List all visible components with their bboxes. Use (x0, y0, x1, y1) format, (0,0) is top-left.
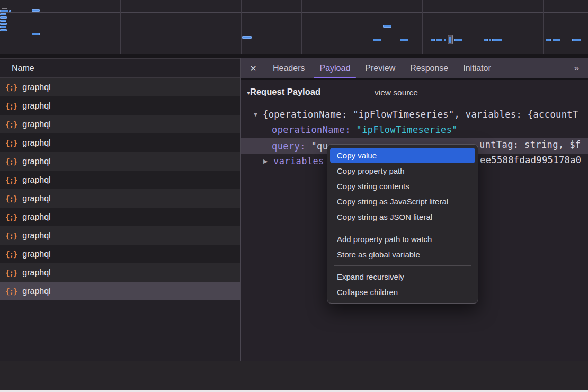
tab-preview[interactable]: Preview (358, 58, 403, 78)
request-row[interactable]: {;}graphql (0, 245, 240, 263)
overview-request-bar[interactable] (0, 29, 7, 31)
overview-gray-bar[interactable] (2, 8, 7, 9)
menu-separator (334, 228, 471, 228)
request-name-label: graphql (22, 83, 50, 92)
overview-bottom-strip (0, 54, 588, 58)
overview-gridline (362, 0, 362, 54)
overview-selected-request-tick (449, 37, 451, 43)
overview-request-bar[interactable] (553, 39, 560, 41)
expand-triangle-icon[interactable]: ▶ (263, 154, 268, 168)
overview-request-bar[interactable] (444, 39, 446, 41)
request-name-label: graphql (22, 138, 50, 148)
overview-request-bar[interactable] (32, 33, 40, 35)
tab-initiator[interactable]: Initiator (456, 58, 498, 78)
request-list: {;}graphql{;}graphql{;}graphql{;}graphql… (0, 78, 240, 361)
property-value: "ipFlowTimeseries" (357, 124, 458, 135)
overview-horizontal-gridline (0, 12, 588, 13)
request-row[interactable]: {;}graphql (0, 115, 240, 133)
overview-request-bar[interactable] (32, 9, 40, 12)
network-overview-timeline[interactable] (0, 0, 588, 58)
overview-request-bar[interactable] (454, 39, 462, 41)
overview-request-bar[interactable] (0, 23, 7, 25)
overview-request-bar[interactable] (489, 39, 491, 41)
devtools-network-panel: Name {;}graphql{;}graphql{;}graphql{;}gr… (0, 0, 588, 392)
menu-item-expand-recursively[interactable]: Expand recursively (330, 269, 475, 284)
menu-item-collapse-children[interactable]: Collapse children (330, 284, 475, 300)
request-row[interactable]: {;}graphql (0, 171, 240, 189)
request-row[interactable]: {;}graphql (0, 78, 240, 96)
overview-request-bar[interactable] (383, 25, 391, 28)
overview-request-bar[interactable] (0, 20, 6, 22)
overview-request-bar[interactable] (0, 26, 6, 28)
json-braces-icon: {;} (5, 139, 17, 147)
overview-request-bar[interactable] (242, 36, 252, 39)
tab-response[interactable]: Response (403, 58, 456, 78)
payload-row-operation-name[interactable]: operationName: "ipFlowTimeseries" (241, 123, 588, 137)
overview-selected-request-marker[interactable] (448, 35, 453, 44)
request-name-label: graphql (22, 157, 50, 166)
json-braces-icon: {;} (5, 213, 17, 221)
request-name-label: graphql (22, 194, 50, 203)
request-name-label: graphql (22, 175, 50, 185)
request-name-label: graphql (22, 231, 50, 240)
json-braces-icon: {;} (5, 120, 17, 129)
overview-gridline (422, 0, 423, 54)
query-value-fragment: untTag: string, $f (479, 139, 581, 150)
variables-value-fragment: ee5588fdad995178a0 (480, 155, 581, 165)
menu-item-copy-string-contents[interactable]: Copy string contents (330, 179, 475, 194)
property-key: variables (273, 154, 324, 168)
property-key: query: (272, 141, 306, 152)
column-header-name[interactable]: Name (0, 58, 240, 78)
menu-item-add-property-path-to-watch[interactable]: Add property path to watch (330, 231, 475, 247)
menu-item-copy-value[interactable]: Copy value (330, 148, 475, 163)
json-braces-icon: {;} (5, 231, 17, 240)
overview-request-bar[interactable] (484, 39, 488, 41)
request-name-label: graphql (22, 212, 50, 222)
menu-item-copy-property-path[interactable]: Copy property path (330, 163, 475, 179)
more-tabs-icon[interactable]: » (564, 58, 588, 78)
page-bottom-edge (0, 390, 588, 392)
close-icon[interactable]: ✕ (241, 58, 265, 78)
overview-gridline (483, 0, 483, 54)
tab-headers[interactable]: Headers (265, 58, 312, 78)
json-braces-icon: {;} (5, 287, 17, 296)
request-row[interactable]: {;}graphql (0, 96, 240, 115)
request-row[interactable]: {;}graphql (0, 189, 240, 208)
request-name-label: graphql (22, 101, 50, 111)
overview-request-bar[interactable] (546, 39, 551, 41)
request-row[interactable]: {;}graphql (0, 226, 240, 245)
menu-item-store-as-global-variable[interactable]: Store as global variable (330, 247, 475, 262)
overview-request-bar[interactable] (0, 13, 6, 15)
payload-preview-text: {operationName: "ipFlowTimeseries", vari… (263, 108, 578, 122)
overview-gridline (181, 0, 181, 54)
view-source-link[interactable]: view source (375, 88, 418, 97)
request-row[interactable]: {;}graphql (0, 282, 240, 300)
overview-request-bar[interactable] (0, 10, 8, 12)
request-row[interactable]: {;}graphql (0, 263, 240, 282)
menu-item-copy-string-as-json-literal[interactable]: Copy string as JSON literal (330, 209, 475, 225)
tab-payload[interactable]: Payload (312, 58, 358, 78)
overview-request-bar[interactable] (572, 39, 581, 41)
request-row[interactable]: {;}graphql (0, 152, 240, 171)
request-row[interactable]: {;}graphql (0, 133, 240, 152)
payload-root-row[interactable]: ▼ {operationName: "ipFlowTimeseries", va… (241, 108, 588, 122)
inspector-tab-bar: ✕ HeadersPayloadPreviewResponseInitiator… (241, 58, 588, 78)
overview-request-bar[interactable] (373, 39, 381, 41)
overview-request-bar[interactable] (9, 10, 11, 12)
overview-request-bar[interactable] (431, 39, 435, 41)
json-braces-icon: {;} (5, 269, 17, 277)
request-row[interactable]: {;}graphql (0, 208, 240, 226)
overview-request-bar[interactable] (400, 39, 408, 41)
overview-request-bar[interactable] (492, 39, 502, 41)
expand-triangle-icon[interactable]: ▼ (253, 108, 259, 122)
menu-item-copy-string-as-javascript-literal[interactable]: Copy string as JavaScript literal (330, 194, 475, 209)
overview-request-bar[interactable] (436, 39, 442, 41)
overview-gridline (301, 0, 302, 54)
request-name-label: graphql (22, 250, 50, 259)
json-braces-icon: {;} (5, 83, 17, 92)
menu-separator (334, 265, 471, 266)
json-braces-icon: {;} (5, 194, 17, 203)
footer-area (0, 361, 588, 390)
request-payload-heading[interactable]: ▾Request Payload (247, 87, 320, 97)
overview-request-bar[interactable] (0, 16, 7, 19)
